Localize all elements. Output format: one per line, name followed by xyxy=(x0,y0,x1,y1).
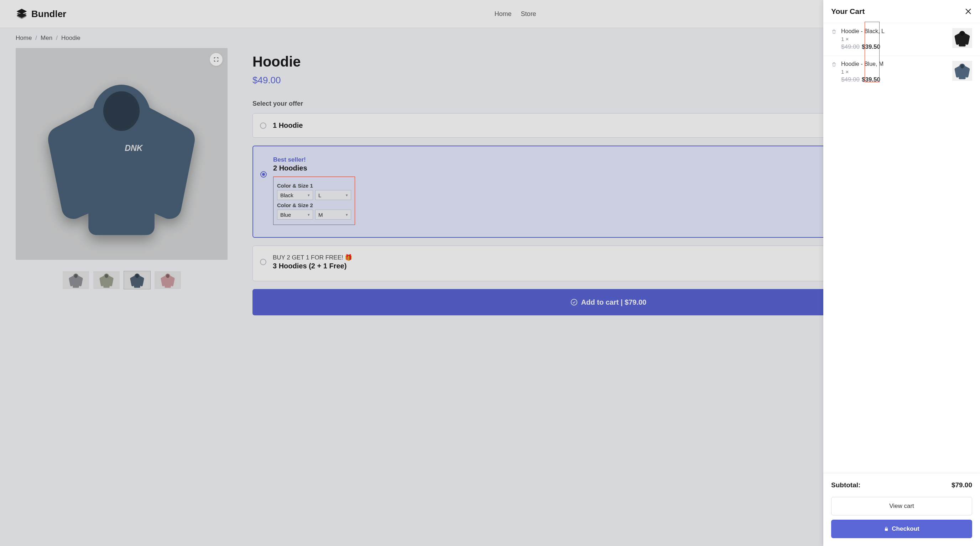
expand-icon xyxy=(213,57,219,62)
thumb-4[interactable] xyxy=(154,271,181,289)
radio-icon xyxy=(260,122,266,129)
trash-icon[interactable] xyxy=(831,29,837,35)
cart-item-orig-price: $49.00 xyxy=(841,76,860,83)
cart-item-qty: 1 × xyxy=(841,36,948,42)
cart-item-2: Hoodie - Blue, M 1 × $49.00$39.50 xyxy=(823,56,980,88)
subtotal-value: $79.00 xyxy=(951,481,972,489)
thumb-2[interactable] xyxy=(93,271,120,289)
product-gallery: DNK xyxy=(16,48,228,260)
checkout-label: Checkout xyxy=(892,525,919,532)
variant-1-label: Color & Size 1 xyxy=(277,183,351,189)
cart-item-thumb xyxy=(952,61,972,81)
add-to-cart-label: Add to cart | $79.00 xyxy=(581,298,646,306)
cart-item-price: $39.50 xyxy=(862,43,880,50)
cart-item-qty: 1 × xyxy=(841,69,948,75)
product-image: DNK xyxy=(39,61,204,248)
cart-item-orig-price: $49.00 xyxy=(841,43,860,50)
svg-text:DNK: DNK xyxy=(125,143,143,152)
expand-button[interactable] xyxy=(210,53,223,66)
radio-icon xyxy=(260,171,267,178)
thumb-3[interactable] xyxy=(124,271,150,289)
trash-icon[interactable] xyxy=(831,62,837,67)
variant-highlight: Color & Size 1 Black L Color & Size 2 Bl… xyxy=(273,176,355,225)
cart-item-name: Hoodie - Black, L xyxy=(841,28,948,35)
checkout-button[interactable]: Checkout xyxy=(831,520,972,538)
close-icon[interactable] xyxy=(964,8,972,15)
nav-store[interactable]: Store xyxy=(521,10,536,18)
cart-title: Your Cart xyxy=(831,7,865,16)
thumbnail-strip xyxy=(16,271,228,289)
cart-item-name: Hoodie - Blue, M xyxy=(841,61,948,67)
radio-icon xyxy=(260,259,266,265)
variant-1-size-select[interactable]: L xyxy=(315,190,351,200)
svg-point-1 xyxy=(571,299,577,305)
crumb-home[interactable]: Home xyxy=(16,35,32,42)
cart-drawer: Your Cart Hoodie - Black, L 1 × $49.00$3… xyxy=(823,0,980,546)
variant-2-label: Color & Size 2 xyxy=(277,202,351,208)
check-circle-icon xyxy=(571,298,578,306)
brand[interactable]: Bundler xyxy=(16,8,66,20)
subtotal-label: Subtotal: xyxy=(831,481,860,489)
brand-label: Bundler xyxy=(31,8,66,19)
cart-item-price: $39.50 xyxy=(862,76,880,83)
variant-2-color-select[interactable]: Blue xyxy=(277,210,313,220)
crumb-men[interactable]: Men xyxy=(41,35,52,42)
cart-item-1: Hoodie - Black, L 1 × $49.00$39.50 xyxy=(823,23,980,56)
variant-1-color-select[interactable]: Black xyxy=(277,190,313,200)
layers-icon xyxy=(16,8,28,20)
thumb-1[interactable] xyxy=(63,271,89,289)
crumb-product: Hoodie xyxy=(61,35,81,42)
nav-home[interactable]: Home xyxy=(495,10,512,18)
cart-item-thumb xyxy=(952,28,972,48)
lock-icon xyxy=(884,527,889,532)
variant-2-size-select[interactable]: M xyxy=(315,210,351,220)
view-cart-button[interactable]: View cart xyxy=(831,497,972,515)
main-nav: Home Store xyxy=(495,10,536,18)
